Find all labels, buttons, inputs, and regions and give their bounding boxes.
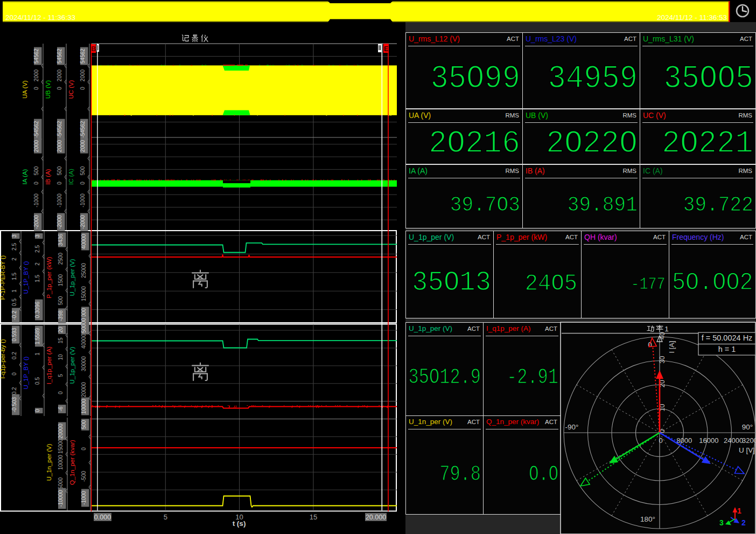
svg-text:-6: -6 — [58, 406, 64, 411]
svg-text:UA (V): UA (V) — [22, 80, 28, 99]
svg-text:-0.503: -0.503 — [11, 397, 17, 412]
svg-text:-2000: -2000 — [33, 215, 39, 229]
svg-text:UC (V): UC (V) — [68, 80, 74, 99]
svg-text:0: 0 — [33, 87, 39, 90]
svg-text:1.5: 1.5 — [11, 273, 17, 280]
svg-text:-0.2: -0.2 — [11, 387, 17, 397]
svg-text:IB (A): IB (A) — [45, 169, 51, 185]
svg-text:-2000: -2000 — [57, 215, 62, 229]
svg-text:15000: 15000 — [81, 286, 87, 301]
svg-text:54562: 54562 — [57, 48, 62, 64]
svg-text:25000: 25000 — [81, 263, 87, 278]
svg-text:U_1P_BY (): U_1P_BY () — [23, 356, 29, 389]
svg-text:0: 0 — [80, 87, 86, 90]
svg-text:0.593: 0.593 — [11, 328, 17, 341]
svg-text:2.5: 2.5 — [34, 245, 40, 253]
svg-text:0: 0 — [11, 372, 17, 376]
svg-text:U_1p_per (V): U_1p_per (V) — [69, 346, 75, 384]
svg-text:500: 500 — [33, 166, 39, 175]
svg-text:0.000: 0.000 — [94, 514, 111, 521]
svg-text:500: 500 — [80, 166, 86, 175]
svg-text:1500: 1500 — [58, 274, 64, 286]
svg-text:0.3096: 0.3096 — [34, 301, 40, 318]
svg-text:-398: -398 — [58, 310, 64, 321]
svg-text:2000: 2000 — [57, 140, 62, 152]
svg-text:3: 3 — [11, 234, 17, 238]
svg-text:2: 2 — [11, 258, 17, 261]
svg-text:3436: 3436 — [58, 233, 64, 246]
svg-text:10: 10 — [58, 354, 64, 360]
svg-text:Q_1n_per (kvar): Q_1n_per (kvar) — [69, 440, 75, 485]
svg-text:E: E — [384, 45, 388, 53]
svg-text:15: 15 — [310, 513, 317, 521]
svg-text:5000: 5000 — [81, 308, 87, 320]
svg-text:5: 5 — [164, 513, 167, 521]
svg-text:t (s): t (s) — [233, 519, 246, 528]
svg-text:0: 0 — [57, 182, 62, 185]
svg-text:-1000: -1000 — [80, 193, 86, 207]
svg-text:B: B — [91, 45, 96, 53]
svg-text:15: 15 — [58, 337, 64, 344]
svg-text:0: 0 — [33, 182, 39, 185]
svg-text:-54562: -54562 — [80, 121, 86, 138]
svg-text:54562: 54562 — [33, 48, 39, 64]
svg-text:1: 1 — [11, 289, 17, 293]
svg-text:0.5: 0.5 — [34, 377, 40, 385]
svg-text:54562: 54562 — [80, 48, 86, 64]
svg-text:2000: 2000 — [33, 69, 39, 81]
svg-text:U_1n_per (V): U_1n_per (V) — [46, 443, 52, 481]
svg-text:500: 500 — [58, 296, 64, 305]
svg-text:IA (A): IA (A) — [22, 169, 28, 184]
svg-text:10000: 10000 — [58, 455, 64, 470]
svg-text:15000: 15000 — [58, 439, 64, 454]
svg-text:2.5: 2.5 — [11, 243, 17, 251]
svg-text:U_1P_BY (): U_1P_BY () — [23, 261, 29, 294]
svg-text:-54562: -54562 — [33, 121, 39, 138]
svg-text:50000: 50000 — [81, 318, 87, 333]
svg-text:2000: 2000 — [80, 69, 86, 81]
svg-text:2: 2 — [34, 262, 40, 266]
svg-text:40000: 40000 — [81, 334, 87, 349]
svg-text:2024/11/12 - 11:36:53: 2024/11/12 - 11:36:53 — [657, 13, 727, 22]
svg-text:0: 0 — [57, 87, 62, 90]
svg-text:I-q1p-per-by (): I-q1p-per-by () — [0, 339, 6, 379]
svg-text:2000: 2000 — [57, 69, 62, 81]
svg-text:0: 0 — [80, 182, 86, 185]
svg-text:P_1p_per (kW): P_1p_per (kW) — [46, 256, 52, 299]
svg-text:I_q1p_per (A): I_q1p_per (A) — [46, 346, 52, 384]
svg-text:0: 0 — [34, 409, 40, 412]
svg-text:20: 20 — [58, 327, 64, 333]
svg-text:-2000: -2000 — [80, 215, 86, 229]
svg-text:10000: 10000 — [81, 399, 87, 414]
svg-text:U_1p_per (V): U_1p_per (V) — [69, 259, 75, 296]
svg-text:2500: 2500 — [58, 252, 64, 265]
svg-text:0.5: 0.5 — [11, 299, 17, 306]
svg-text:-10000: -10000 — [58, 490, 64, 507]
svg-text:2000: 2000 — [80, 140, 86, 152]
svg-text:0.2: 0.2 — [11, 352, 17, 359]
svg-text:500: 500 — [57, 166, 62, 175]
svg-text:2000: 2000 — [33, 140, 39, 152]
svg-text:IC (A): IC (A) — [68, 169, 74, 185]
svg-text:500: 500 — [81, 420, 87, 429]
svg-text:UB (V): UB (V) — [45, 80, 51, 99]
svg-text:1.5589: 1.5589 — [34, 328, 40, 344]
svg-text:-0.2: -0.2 — [11, 310, 17, 320]
svg-text:3: 3 — [34, 234, 40, 238]
svg-text:-500: -500 — [81, 471, 87, 482]
svg-text:20.000: 20.000 — [366, 514, 386, 521]
svg-text:5000: 5000 — [58, 477, 64, 489]
svg-text:0: 0 — [58, 391, 64, 394]
svg-text:10: 10 — [235, 513, 243, 521]
svg-text:1.5: 1.5 — [34, 275, 40, 282]
svg-text:-54562: -54562 — [57, 121, 62, 138]
svg-text:-1000: -1000 — [57, 193, 62, 207]
svg-text:2024/11/12 - 11:36:33: 2024/11/12 - 11:36:33 — [5, 13, 75, 22]
svg-text:0: 0 — [81, 447, 87, 450]
svg-text:-1000: -1000 — [33, 193, 39, 207]
svg-text:1: 1 — [34, 352, 40, 356]
svg-text:-1000: -1000 — [81, 491, 87, 505]
svg-text:30000: 30000 — [81, 356, 87, 371]
svg-text:40000: 40000 — [81, 234, 87, 249]
svg-text:20000: 20000 — [58, 424, 64, 439]
